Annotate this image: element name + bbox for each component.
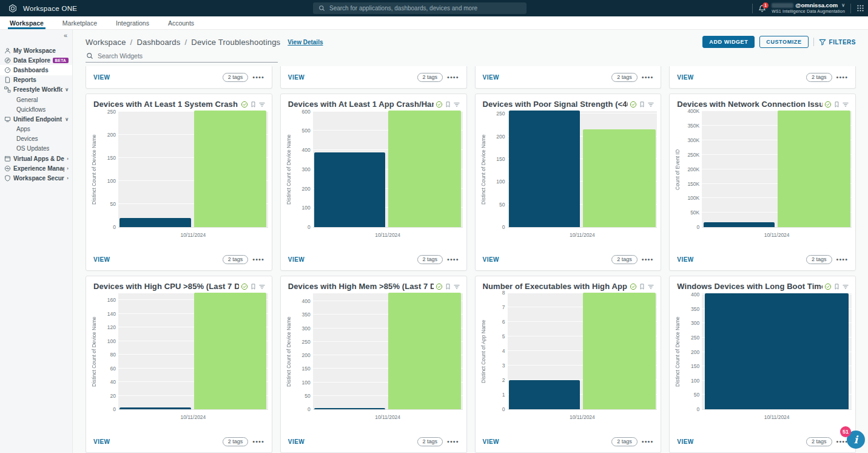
bar-bar_green[interactable] (388, 111, 461, 227)
breadcrumb-workspace[interactable]: Workspace (86, 38, 126, 47)
add-widget-button[interactable]: ADD WIDGET (702, 36, 755, 48)
sidebar-item-reports[interactable]: Reports (0, 75, 72, 85)
tags-badge[interactable]: 2 tags (611, 437, 638, 446)
tab-marketplace[interactable]: Marketplace (61, 18, 99, 29)
bookmark-icon[interactable] (250, 283, 257, 290)
tags-badge[interactable]: 2 tags (806, 73, 832, 82)
widget-search-input[interactable] (98, 52, 278, 60)
check-circle-icon[interactable] (436, 101, 443, 108)
view-button[interactable]: VIEW (677, 74, 694, 81)
bar-bar_green[interactable] (194, 111, 267, 227)
bar-bar_navy[interactable] (705, 293, 849, 409)
check-circle-icon[interactable] (241, 283, 248, 290)
view-button[interactable]: VIEW (93, 74, 110, 81)
bar-bar_navy[interactable] (314, 152, 385, 227)
breadcrumb-dashboards[interactable]: Dashboards (136, 38, 180, 47)
view-button[interactable]: VIEW (93, 438, 110, 445)
more-menu-icon[interactable]: •••• (252, 438, 264, 445)
check-circle-icon[interactable] (241, 101, 248, 108)
sidebar-item-dashboards[interactable]: Dashboards (0, 65, 72, 75)
tags-badge[interactable]: 2 tags (223, 255, 249, 264)
bookmark-icon[interactable] (833, 283, 840, 290)
bar-bar_navy[interactable] (119, 218, 190, 227)
filter-icon[interactable] (258, 283, 266, 290)
more-menu-icon[interactable]: •••• (642, 256, 653, 263)
tab-integrations[interactable]: Integrations (114, 18, 151, 29)
view-details-link[interactable]: View Details (288, 39, 323, 46)
tags-badge[interactable]: 2 tags (417, 255, 443, 264)
sidebar-item-my-workspace[interactable]: My Workspace (0, 46, 72, 55)
bar-bar_green[interactable] (194, 293, 267, 409)
more-menu-icon[interactable]: •••• (447, 74, 459, 81)
view-button[interactable]: VIEW (288, 256, 305, 263)
view-button[interactable]: VIEW (288, 438, 305, 445)
tags-badge[interactable]: 2 tags (806, 255, 832, 264)
bar-bar_green[interactable] (583, 293, 656, 409)
tags-badge[interactable]: 2 tags (806, 437, 832, 446)
bar-bar_navy[interactable] (119, 407, 190, 409)
bookmark-icon[interactable] (445, 101, 451, 108)
app-launcher-icon[interactable] (856, 4, 864, 12)
filter-icon[interactable] (842, 283, 849, 290)
tags-badge[interactable]: 2 tags (223, 73, 249, 82)
view-button[interactable]: VIEW (483, 256, 500, 263)
more-menu-icon[interactable]: •••• (642, 74, 653, 81)
bookmark-icon[interactable] (639, 283, 645, 290)
sidebar-item-apps[interactable]: Apps (0, 124, 72, 134)
tab-workspace[interactable]: Workspace (8, 18, 45, 29)
tags-badge[interactable]: 2 tags (611, 73, 638, 82)
customize-button[interactable]: CUSTOMIZE (759, 36, 808, 48)
check-circle-icon[interactable] (630, 101, 637, 108)
filter-icon[interactable] (647, 283, 654, 290)
check-circle-icon[interactable] (630, 283, 637, 290)
view-button[interactable]: VIEW (483, 74, 500, 81)
view-button[interactable]: VIEW (93, 256, 110, 263)
view-button[interactable]: VIEW (677, 256, 694, 263)
view-button[interactable]: VIEW (677, 438, 694, 445)
tags-badge[interactable]: 2 tags (417, 437, 443, 446)
global-search[interactable] (313, 2, 527, 14)
filters-button[interactable]: FILTERS (819, 39, 856, 46)
filter-icon[interactable] (258, 101, 266, 108)
account-menu[interactable]: @omnissa.com ∨ WS1 Intelligence Data Aug… (772, 2, 845, 15)
view-button[interactable]: VIEW (288, 74, 305, 81)
bar-bar_green[interactable] (388, 293, 461, 409)
bookmark-icon[interactable] (250, 101, 257, 108)
global-search-input[interactable] (329, 5, 521, 12)
bookmark-icon[interactable] (445, 283, 451, 290)
bar-bar_navy[interactable] (314, 408, 385, 409)
bookmark-icon[interactable] (639, 101, 645, 108)
sidebar-item-general[interactable]: General (0, 95, 72, 104)
more-menu-icon[interactable]: •••• (447, 438, 459, 445)
bar-bar_navy[interactable] (704, 222, 775, 227)
more-menu-icon[interactable]: •••• (252, 74, 264, 81)
more-menu-icon[interactable]: •••• (447, 256, 459, 263)
bar-bar_green[interactable] (778, 111, 850, 227)
filter-icon[interactable] (453, 283, 460, 290)
check-circle-icon[interactable] (436, 283, 443, 290)
sidebar-item-freestyle-workflows[interactable]: Freestyle Workflows∨ (0, 85, 72, 95)
bar-bar_navy[interactable] (509, 380, 580, 409)
sidebar-item-unified-endpoint-man[interactable]: Unified Endpoint Man...∨ (0, 114, 72, 124)
more-menu-icon[interactable]: •••• (252, 256, 264, 263)
sidebar-item-os-updates[interactable]: OS Updates (0, 144, 72, 154)
sidebar-item-experience-managem[interactable]: Experience Managem...› (0, 163, 72, 173)
widget-search[interactable] (86, 52, 278, 63)
bookmark-icon[interactable] (833, 101, 840, 108)
sidebar-item-workspace-security[interactable]: Workspace Security› (0, 173, 72, 183)
filter-icon[interactable] (453, 101, 460, 108)
tags-badge[interactable]: 2 tags (611, 255, 638, 264)
tab-accounts[interactable]: Accounts (166, 18, 196, 29)
tags-badge[interactable]: 2 tags (223, 437, 249, 446)
sidebar-item-virtual-apps-deskto[interactable]: Virtual Apps & Deskto...› (0, 154, 72, 163)
view-button[interactable]: VIEW (483, 438, 500, 445)
filter-icon[interactable] (647, 101, 654, 108)
sidebar-item-quickflows[interactable]: Quickflows (0, 104, 72, 114)
more-menu-icon[interactable]: •••• (836, 74, 848, 81)
check-circle-icon[interactable] (824, 101, 832, 108)
sidebar-item-data-explorer[interactable]: Data ExplorerBETA (0, 55, 72, 65)
sidebar-collapse-icon[interactable]: « (64, 32, 67, 39)
filter-icon[interactable] (842, 101, 849, 108)
bell-icon[interactable]: 1 (758, 4, 766, 13)
sidebar-item-devices[interactable]: Devices (0, 134, 72, 144)
